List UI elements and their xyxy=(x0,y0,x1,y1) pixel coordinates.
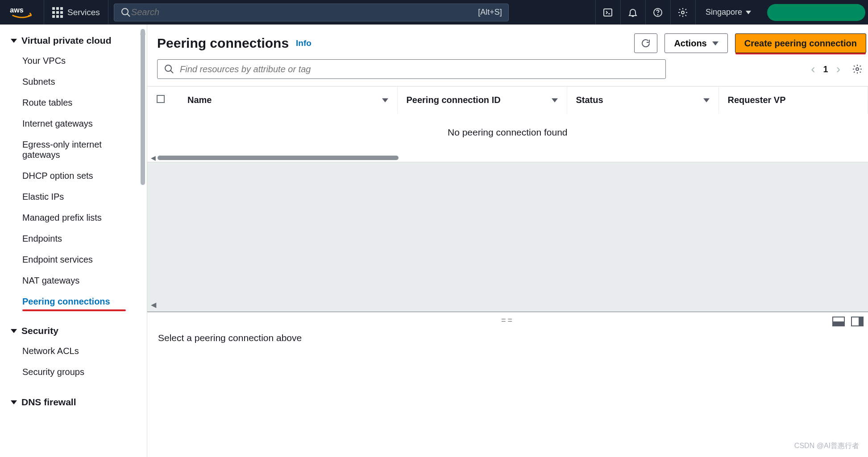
page-title: Peering connections xyxy=(157,36,289,51)
search-shortcut-hint: [Alt+S] xyxy=(478,8,502,17)
sidebar-item-dhcp-option-sets[interactable]: DHCP option sets xyxy=(3,165,147,186)
search-icon xyxy=(164,64,174,74)
account-menu[interactable] xyxy=(767,4,865,21)
aws-logo[interactable]: aws xyxy=(0,0,44,25)
section-title: Virtual private cloud xyxy=(21,35,112,46)
sidebar-item-endpoints[interactable]: Endpoints xyxy=(3,228,147,249)
sidebar-item-network-acls[interactable]: Network ACLs xyxy=(3,341,147,362)
info-link[interactable]: Info xyxy=(296,38,311,48)
help-button[interactable] xyxy=(645,0,670,25)
services-label: Services xyxy=(67,8,100,17)
drag-handle[interactable]: == xyxy=(501,316,514,325)
sort-icon[interactable] xyxy=(382,98,388,102)
sidebar: Virtual private cloud Your VPCs Subnets … xyxy=(0,25,147,457)
scroll-left-icon: ◀ xyxy=(151,154,156,161)
filter-input-wrap[interactable] xyxy=(157,59,666,79)
sidebar-item-managed-prefix-lists[interactable]: Managed prefix lists xyxy=(3,207,147,228)
layout-buttons xyxy=(832,317,864,326)
caret-down-icon xyxy=(712,41,718,45)
bell-icon xyxy=(627,7,638,18)
next-page-button[interactable]: › xyxy=(836,62,840,76)
notifications-button[interactable] xyxy=(620,0,645,25)
svg-point-6 xyxy=(681,11,684,14)
help-icon xyxy=(652,7,663,18)
svg-point-7 xyxy=(165,65,171,71)
create-peering-connection-button[interactable]: Create peering connection xyxy=(735,33,866,53)
gear-icon xyxy=(852,64,863,74)
services-grid-icon xyxy=(52,7,63,18)
aws-logo-icon: aws xyxy=(10,5,34,20)
sidebar-item-route-tables[interactable]: Route tables xyxy=(3,92,147,113)
sidebar-item-elastic-ips[interactable]: Elastic IPs xyxy=(3,186,147,207)
peering-connections-table: Name Peering connection ID Status R xyxy=(147,86,868,156)
sidebar-item-your-vpcs[interactable]: Your VPCs xyxy=(3,50,147,71)
sort-icon[interactable] xyxy=(703,98,710,102)
actions-label: Actions xyxy=(674,38,706,49)
sidebar-item-internet-gateways[interactable]: Internet gateways xyxy=(3,113,147,134)
sidebar-section-security[interactable]: Security xyxy=(3,321,147,341)
column-header-name[interactable]: Name xyxy=(179,86,397,114)
sidebar-item-peering-connections[interactable]: Peering connections xyxy=(3,291,147,312)
svg-point-9 xyxy=(856,68,859,70)
scroll-thumb[interactable] xyxy=(158,156,399,160)
horizontal-scrollbar[interactable]: ◀ xyxy=(147,156,868,162)
create-label: Create peering connection xyxy=(744,38,857,49)
region-selector[interactable]: Singapore xyxy=(695,0,761,25)
column-header-status[interactable]: Status xyxy=(567,86,718,114)
section-title: Security xyxy=(21,325,58,336)
region-label: Singapore xyxy=(706,8,742,17)
column-select-all[interactable] xyxy=(147,86,179,114)
svg-point-5 xyxy=(658,14,658,15)
global-search[interactable]: [Alt+S] xyxy=(114,4,509,21)
detail-pane: == Select a peering connection above CSD… xyxy=(147,312,868,457)
sidebar-item-nat-gateways[interactable]: NAT gateways xyxy=(3,270,147,291)
column-header-peering-id[interactable]: Peering connection ID xyxy=(397,86,567,114)
empty-state-row: No peering connection found xyxy=(147,114,868,156)
svg-text:aws: aws xyxy=(10,6,23,14)
table-settings-button[interactable] xyxy=(848,64,866,74)
paginator: ‹ 1 › xyxy=(811,62,866,76)
collapse-left-icon[interactable]: ◀ xyxy=(151,301,156,309)
caret-down-icon xyxy=(11,400,17,404)
prev-page-button[interactable]: ‹ xyxy=(811,62,815,76)
refresh-button[interactable] xyxy=(634,33,657,53)
section-title: DNS firewall xyxy=(21,397,76,408)
filter-row: ‹ 1 › xyxy=(147,59,868,86)
sidebar-scrollbar[interactable] xyxy=(141,29,145,185)
watermark: CSDN @AI普惠行者 xyxy=(794,441,859,451)
actions-button[interactable]: Actions xyxy=(664,33,727,53)
active-underline xyxy=(22,309,126,311)
sidebar-item-endpoint-services[interactable]: Endpoint services xyxy=(3,249,147,270)
topnav-right: Singapore xyxy=(595,0,868,25)
services-menu[interactable]: Services xyxy=(44,0,108,25)
filter-input[interactable] xyxy=(180,64,659,74)
svg-line-8 xyxy=(170,70,173,73)
main-content: Peering connections Info Actions Create … xyxy=(147,25,868,457)
empty-message: No peering connection found xyxy=(147,114,868,156)
sidebar-section-vpc[interactable]: Virtual private cloud xyxy=(3,31,147,50)
cloudshell-icon xyxy=(602,7,613,18)
global-search-input[interactable] xyxy=(131,7,474,17)
page-number: 1 xyxy=(823,64,828,74)
sidebar-section-dns-firewall[interactable]: DNS firewall xyxy=(3,392,147,412)
sidebar-item-egress-only-igw[interactable]: Egress-only internet gateways xyxy=(3,134,147,165)
cloudshell-button[interactable] xyxy=(595,0,620,25)
svg-point-1 xyxy=(122,8,128,15)
table-container: Name Peering connection ID Status R xyxy=(147,86,868,162)
sidebar-item-subnets[interactable]: Subnets xyxy=(3,71,147,92)
settings-button[interactable] xyxy=(670,0,695,25)
checkbox-icon xyxy=(156,95,165,103)
svg-rect-10 xyxy=(157,95,164,103)
layout-side-button[interactable] xyxy=(851,317,864,326)
layout-bottom-button[interactable] xyxy=(832,317,845,326)
search-icon xyxy=(120,7,131,18)
top-nav: aws Services [Alt+S] Singapore xyxy=(0,0,868,25)
caret-down-icon xyxy=(11,329,17,333)
caret-down-icon xyxy=(746,11,751,14)
caret-down-icon xyxy=(11,39,17,43)
column-header-requester-vpc[interactable]: Requester VP xyxy=(718,86,868,114)
split-gap: ◀ xyxy=(147,162,868,312)
sort-icon[interactable] xyxy=(552,98,558,102)
sidebar-item-security-groups[interactable]: Security groups xyxy=(3,362,147,383)
refresh-icon xyxy=(640,38,651,49)
